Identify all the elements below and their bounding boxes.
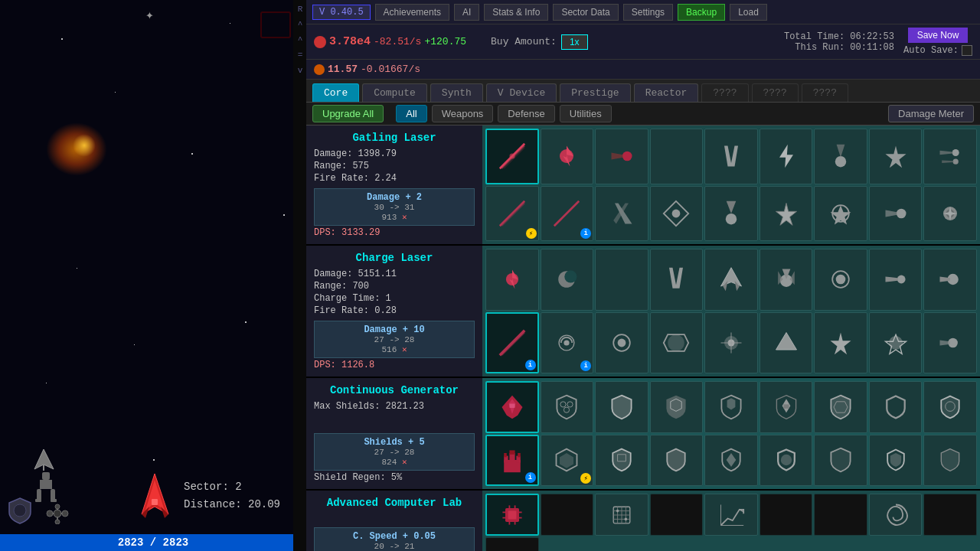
gen-icon-4[interactable] (704, 381, 758, 433)
computer-empty1[interactable] (541, 494, 594, 536)
sector-data-button[interactable]: Sector Data (553, 4, 618, 21)
charge-icon-explosion2[interactable] (760, 249, 813, 311)
tab-prestige[interactable]: Prestige (560, 83, 630, 102)
icon-g4[interactable] (650, 186, 704, 242)
charge-damage: Damage: 5151.11 (314, 269, 475, 279)
gen-icon-6[interactable] (814, 381, 867, 433)
icon-fireball1[interactable] (541, 129, 594, 184)
tab-compute[interactable]: Compute (362, 83, 427, 102)
icon-meteor1[interactable] (814, 129, 867, 184)
icon-lightning1[interactable] (760, 129, 813, 184)
charge-icon-selected[interactable]: i (485, 312, 539, 374)
gen-r2-9[interactable] (923, 435, 977, 487)
icon-g9[interactable] (923, 186, 977, 242)
gen-r2-3[interactable] (595, 435, 648, 487)
gen-icon-r2-selected[interactable]: i (485, 435, 539, 487)
computer-icon-selected[interactable] (485, 494, 539, 536)
icon-g7[interactable] (814, 186, 867, 242)
charge-icon-r2c6[interactable] (760, 312, 813, 374)
scroll-up-btn1[interactable]: ^ (296, 18, 305, 31)
charge-icon-r2c5[interactable] (704, 312, 758, 374)
backup-button[interactable]: Backup (678, 4, 725, 21)
icon-comet1[interactable] (595, 129, 648, 184)
charge-icon-crescent2[interactable] (595, 249, 648, 311)
charge-upgrade-box[interactable]: Damage + 10 27 -> 28 516 ✕ (314, 321, 475, 358)
auto-save-checkbox[interactable] (962, 45, 972, 56)
charge-icon-9[interactable] (923, 249, 977, 311)
charge-icon-r2c8[interactable] (869, 312, 923, 374)
gen-icon-8[interactable] (923, 381, 977, 433)
icon-crescent1[interactable] (650, 129, 704, 184)
gen-r2-2[interactable]: ⚡ (541, 435, 594, 487)
gen-r2-5[interactable] (704, 435, 758, 487)
icon-dcomet1[interactable] (923, 129, 977, 184)
tab-synth[interactable]: Synth (430, 83, 483, 102)
computer-circuit[interactable] (595, 494, 648, 536)
charge-icon-r2c9[interactable] (923, 312, 977, 374)
charge-icon-moon[interactable] (541, 249, 594, 311)
icon-g3[interactable] (595, 186, 648, 242)
icon-laser-upgrade2[interactable]: i (541, 186, 594, 242)
computer-upgrade-box[interactable]: C. Speed + 0.05 20 -> 21 867 ✕ (314, 527, 475, 551)
svg-point-57 (565, 271, 577, 283)
load-button[interactable]: Load (730, 4, 767, 21)
scroll-down-btn[interactable]: v (296, 64, 305, 77)
charge-icon-r2c4[interactable] (650, 312, 704, 374)
upgrade-all-btn[interactable]: Upgrade All (312, 105, 384, 122)
tab-vdevice[interactable]: V Device (486, 83, 557, 102)
icon-g8[interactable] (869, 186, 923, 242)
computer-growth[interactable] (704, 494, 758, 536)
icon-star1[interactable] (869, 129, 923, 184)
computer-empty4[interactable] (814, 494, 867, 536)
charge-icon-fireball[interactable] (485, 249, 539, 311)
computer-vortex[interactable] (869, 494, 923, 536)
icon-arrows1[interactable] (704, 129, 758, 184)
filter-utilities-btn[interactable]: Utilities (560, 105, 612, 122)
generator-upgrade-box[interactable]: Shields + 5 27 -> 28 824 ✕ (314, 433, 475, 471)
gen-icon-shield2[interactable] (595, 381, 648, 433)
gen-icon-3[interactable] (650, 381, 704, 433)
tab-reactor[interactable]: Reactor (634, 83, 699, 102)
icon-g5[interactable] (704, 186, 758, 242)
filter-weapons-btn[interactable]: Weapons (432, 105, 494, 122)
gen-icon-5[interactable] (760, 381, 813, 433)
icon-g6[interactable] (760, 186, 813, 242)
charge-laser-row: Charge Laser Damage: 5151.11 Range: 700 … (306, 246, 980, 378)
svg-line-39 (501, 203, 524, 226)
gen-icon-7[interactable] (869, 381, 923, 433)
computer-empty3[interactable] (760, 494, 813, 536)
charge-icon-r2c7[interactable] (814, 312, 867, 374)
charge-icon-8[interactable] (869, 249, 923, 311)
filter-all-btn[interactable]: All (396, 105, 426, 122)
charge-icon-7[interactable] (814, 249, 867, 311)
scroll-up-btn2[interactable]: ^ (296, 34, 305, 46)
gen-r2-7[interactable] (814, 435, 867, 487)
gen-r2-8[interactable] (869, 435, 923, 487)
computer-empty5[interactable] (923, 494, 977, 536)
computer-empty2[interactable] (650, 494, 704, 536)
gen-icon-selected[interactable] (485, 381, 539, 433)
gen-icon-shield1[interactable] (541, 381, 594, 433)
charge-icon-r2c3[interactable] (595, 312, 648, 374)
icon-laser-upgrade1[interactable]: ⚡ (485, 186, 539, 242)
computer-empty6[interactable] (485, 537, 539, 551)
filter-defense-btn[interactable]: Defense (498, 105, 554, 122)
save-now-btn[interactable]: Save Now (908, 28, 969, 43)
gatling-icon-selected[interactable] (485, 129, 539, 184)
scroll-eq-btn[interactable]: = (296, 49, 305, 61)
damage-meter-btn[interactable]: Damage Meter (888, 105, 974, 122)
gen-r2-4[interactable] (650, 435, 704, 487)
charge-icon-ship2[interactable] (704, 249, 758, 311)
svg-rect-96 (783, 404, 789, 408)
tab-core[interactable]: Core (312, 83, 359, 102)
achievements-button[interactable]: Achievements (375, 4, 449, 21)
buy-amount-btn[interactable]: 1x (561, 34, 588, 50)
charge-icon-arrows2[interactable] (650, 249, 704, 311)
stats-info-button[interactable]: Stats & Info (484, 4, 548, 21)
charge-icon-r2c2[interactable]: i (541, 312, 594, 374)
gen-r2-6[interactable] (760, 435, 813, 487)
scroll-r-btn[interactable]: R (296, 3, 305, 15)
gatling-upgrade-box[interactable]: Damage + 2 30 -> 31 913 ✕ (314, 188, 475, 226)
ai-button[interactable]: AI (454, 4, 479, 21)
settings-button[interactable]: Settings (623, 4, 673, 21)
